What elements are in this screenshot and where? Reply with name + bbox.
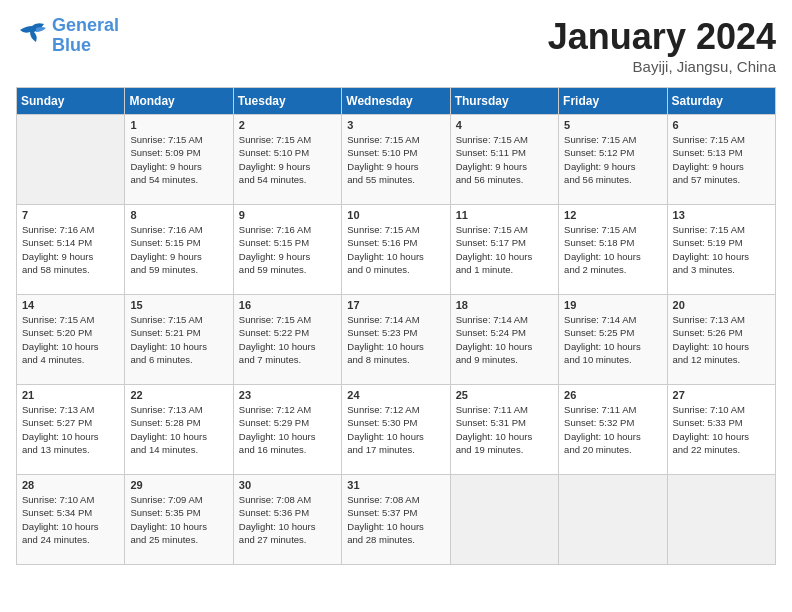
calendar-cell: 8Sunrise: 7:16 AMSunset: 5:15 PMDaylight…: [125, 205, 233, 295]
month-title: January 2024: [548, 16, 776, 58]
calendar-cell: 12Sunrise: 7:15 AMSunset: 5:18 PMDayligh…: [559, 205, 667, 295]
day-number: 9: [239, 209, 336, 221]
day-number: 6: [673, 119, 770, 131]
calendar-cell: 16Sunrise: 7:15 AMSunset: 5:22 PMDayligh…: [233, 295, 341, 385]
calendar-cell: 4Sunrise: 7:15 AMSunset: 5:11 PMDaylight…: [450, 115, 558, 205]
day-header-monday: Monday: [125, 88, 233, 115]
calendar-cell: 3Sunrise: 7:15 AMSunset: 5:10 PMDaylight…: [342, 115, 450, 205]
cell-content: Sunrise: 7:15 AMSunset: 5:16 PMDaylight:…: [347, 223, 444, 276]
logo-text: GeneralBlue: [52, 16, 119, 56]
day-number: 12: [564, 209, 661, 221]
day-header-thursday: Thursday: [450, 88, 558, 115]
page-header: GeneralBlue January 2024 Bayiji, Jiangsu…: [16, 16, 776, 75]
cell-content: Sunrise: 7:13 AMSunset: 5:28 PMDaylight:…: [130, 403, 227, 456]
cell-content: Sunrise: 7:15 AMSunset: 5:20 PMDaylight:…: [22, 313, 119, 366]
cell-content: Sunrise: 7:12 AMSunset: 5:30 PMDaylight:…: [347, 403, 444, 456]
cell-content: Sunrise: 7:15 AMSunset: 5:21 PMDaylight:…: [130, 313, 227, 366]
cell-content: Sunrise: 7:15 AMSunset: 5:12 PMDaylight:…: [564, 133, 661, 186]
day-number: 15: [130, 299, 227, 311]
location-subtitle: Bayiji, Jiangsu, China: [548, 58, 776, 75]
calendar-cell: 6Sunrise: 7:15 AMSunset: 5:13 PMDaylight…: [667, 115, 775, 205]
cell-content: Sunrise: 7:15 AMSunset: 5:10 PMDaylight:…: [347, 133, 444, 186]
day-number: 17: [347, 299, 444, 311]
calendar-cell: 30Sunrise: 7:08 AMSunset: 5:36 PMDayligh…: [233, 475, 341, 565]
day-number: 7: [22, 209, 119, 221]
header-row: SundayMondayTuesdayWednesdayThursdayFrid…: [17, 88, 776, 115]
logo-text-block: GeneralBlue: [52, 16, 119, 56]
calendar-cell: 24Sunrise: 7:12 AMSunset: 5:30 PMDayligh…: [342, 385, 450, 475]
day-number: 25: [456, 389, 553, 401]
calendar-cell: 25Sunrise: 7:11 AMSunset: 5:31 PMDayligh…: [450, 385, 558, 475]
day-number: 23: [239, 389, 336, 401]
calendar-week-1: 1Sunrise: 7:15 AMSunset: 5:09 PMDaylight…: [17, 115, 776, 205]
calendar-cell: 5Sunrise: 7:15 AMSunset: 5:12 PMDaylight…: [559, 115, 667, 205]
calendar-cell: 7Sunrise: 7:16 AMSunset: 5:14 PMDaylight…: [17, 205, 125, 295]
cell-content: Sunrise: 7:12 AMSunset: 5:29 PMDaylight:…: [239, 403, 336, 456]
cell-content: Sunrise: 7:15 AMSunset: 5:09 PMDaylight:…: [130, 133, 227, 186]
cell-content: Sunrise: 7:10 AMSunset: 5:34 PMDaylight:…: [22, 493, 119, 546]
day-header-sunday: Sunday: [17, 88, 125, 115]
calendar-cell: 26Sunrise: 7:11 AMSunset: 5:32 PMDayligh…: [559, 385, 667, 475]
calendar-cell: 18Sunrise: 7:14 AMSunset: 5:24 PMDayligh…: [450, 295, 558, 385]
day-number: 27: [673, 389, 770, 401]
day-number: 22: [130, 389, 227, 401]
calendar-cell: 1Sunrise: 7:15 AMSunset: 5:09 PMDaylight…: [125, 115, 233, 205]
day-number: 24: [347, 389, 444, 401]
day-header-tuesday: Tuesday: [233, 88, 341, 115]
calendar-cell: 28Sunrise: 7:10 AMSunset: 5:34 PMDayligh…: [17, 475, 125, 565]
cell-content: Sunrise: 7:15 AMSunset: 5:10 PMDaylight:…: [239, 133, 336, 186]
calendar-cell: 15Sunrise: 7:15 AMSunset: 5:21 PMDayligh…: [125, 295, 233, 385]
calendar-cell: 29Sunrise: 7:09 AMSunset: 5:35 PMDayligh…: [125, 475, 233, 565]
day-number: 16: [239, 299, 336, 311]
cell-content: Sunrise: 7:15 AMSunset: 5:18 PMDaylight:…: [564, 223, 661, 276]
calendar-week-5: 28Sunrise: 7:10 AMSunset: 5:34 PMDayligh…: [17, 475, 776, 565]
cell-content: Sunrise: 7:10 AMSunset: 5:33 PMDaylight:…: [673, 403, 770, 456]
calendar-cell: 27Sunrise: 7:10 AMSunset: 5:33 PMDayligh…: [667, 385, 775, 475]
cell-content: Sunrise: 7:08 AMSunset: 5:37 PMDaylight:…: [347, 493, 444, 546]
calendar-cell: 21Sunrise: 7:13 AMSunset: 5:27 PMDayligh…: [17, 385, 125, 475]
day-number: 13: [673, 209, 770, 221]
cell-content: Sunrise: 7:14 AMSunset: 5:23 PMDaylight:…: [347, 313, 444, 366]
day-number: 14: [22, 299, 119, 311]
cell-content: Sunrise: 7:15 AMSunset: 5:22 PMDaylight:…: [239, 313, 336, 366]
day-header-friday: Friday: [559, 88, 667, 115]
calendar-cell: [17, 115, 125, 205]
cell-content: Sunrise: 7:13 AMSunset: 5:27 PMDaylight:…: [22, 403, 119, 456]
calendar-cell: 20Sunrise: 7:13 AMSunset: 5:26 PMDayligh…: [667, 295, 775, 385]
cell-content: Sunrise: 7:15 AMSunset: 5:13 PMDaylight:…: [673, 133, 770, 186]
calendar-cell: 2Sunrise: 7:15 AMSunset: 5:10 PMDaylight…: [233, 115, 341, 205]
title-block: January 2024 Bayiji, Jiangsu, China: [548, 16, 776, 75]
cell-content: Sunrise: 7:16 AMSunset: 5:15 PMDaylight:…: [130, 223, 227, 276]
calendar-cell: [450, 475, 558, 565]
calendar-week-4: 21Sunrise: 7:13 AMSunset: 5:27 PMDayligh…: [17, 385, 776, 475]
calendar-cell: 14Sunrise: 7:15 AMSunset: 5:20 PMDayligh…: [17, 295, 125, 385]
cell-content: Sunrise: 7:11 AMSunset: 5:31 PMDaylight:…: [456, 403, 553, 456]
calendar-cell: 13Sunrise: 7:15 AMSunset: 5:19 PMDayligh…: [667, 205, 775, 295]
calendar-table: SundayMondayTuesdayWednesdayThursdayFrid…: [16, 87, 776, 565]
day-number: 19: [564, 299, 661, 311]
logo: GeneralBlue: [16, 16, 119, 56]
day-number: 1: [130, 119, 227, 131]
day-number: 5: [564, 119, 661, 131]
day-number: 8: [130, 209, 227, 221]
cell-content: Sunrise: 7:15 AMSunset: 5:17 PMDaylight:…: [456, 223, 553, 276]
day-header-saturday: Saturday: [667, 88, 775, 115]
cell-content: Sunrise: 7:15 AMSunset: 5:11 PMDaylight:…: [456, 133, 553, 186]
calendar-week-3: 14Sunrise: 7:15 AMSunset: 5:20 PMDayligh…: [17, 295, 776, 385]
calendar-cell: 11Sunrise: 7:15 AMSunset: 5:17 PMDayligh…: [450, 205, 558, 295]
day-number: 20: [673, 299, 770, 311]
calendar-cell: 10Sunrise: 7:15 AMSunset: 5:16 PMDayligh…: [342, 205, 450, 295]
cell-content: Sunrise: 7:08 AMSunset: 5:36 PMDaylight:…: [239, 493, 336, 546]
day-number: 28: [22, 479, 119, 491]
cell-content: Sunrise: 7:16 AMSunset: 5:15 PMDaylight:…: [239, 223, 336, 276]
day-number: 2: [239, 119, 336, 131]
calendar-cell: 17Sunrise: 7:14 AMSunset: 5:23 PMDayligh…: [342, 295, 450, 385]
cell-content: Sunrise: 7:14 AMSunset: 5:24 PMDaylight:…: [456, 313, 553, 366]
day-number: 30: [239, 479, 336, 491]
day-number: 4: [456, 119, 553, 131]
cell-content: Sunrise: 7:09 AMSunset: 5:35 PMDaylight:…: [130, 493, 227, 546]
logo-icon: [16, 22, 48, 50]
day-number: 31: [347, 479, 444, 491]
day-header-wednesday: Wednesday: [342, 88, 450, 115]
day-number: 21: [22, 389, 119, 401]
